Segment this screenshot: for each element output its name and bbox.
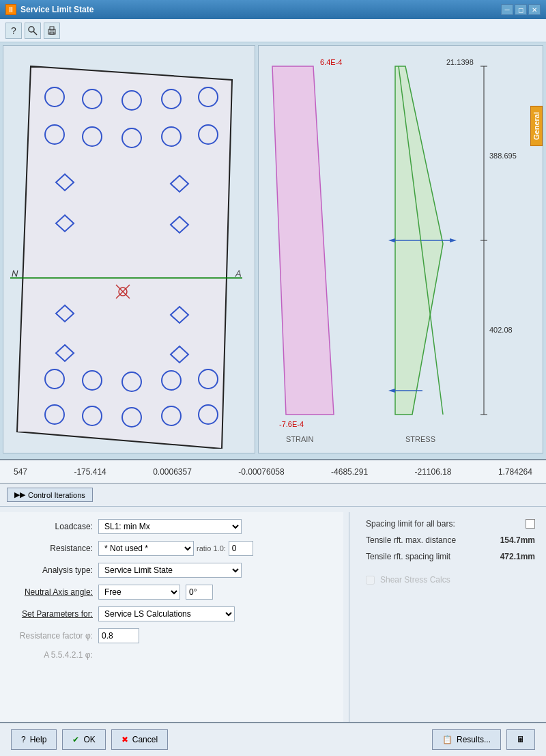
svg-text:N: N (12, 268, 18, 279)
set-params-select[interactable]: Service LS Calculations (98, 606, 235, 621)
loadcase-row: Loadcase: SL1: min Mx (11, 519, 332, 534)
analysis-type-row: Analysis type: Service Limit State (11, 563, 332, 578)
tensile-max-value: 154.7mm (500, 535, 535, 545)
resistance-factor-label: Resistance factor φ: (11, 631, 93, 641)
svg-text:21.1398: 21.1398 (446, 58, 474, 66)
spacing-limit-label: Spacing limit for all bars: (366, 519, 520, 529)
cancel-label: Cancel (132, 735, 158, 744)
analysis-type-label: Analysis type: (11, 565, 93, 575)
analysis-type-select[interactable]: Service Limit State (98, 563, 242, 578)
loadcase-label: Loadcase: (11, 522, 93, 531)
results-label: Results... (457, 735, 491, 744)
window-controls[interactable]: ─ ◻ ✕ (501, 4, 541, 15)
cross-section-panel: N A (3, 45, 255, 453)
a-label: A 5.5.4.2.1 φ: (11, 650, 93, 660)
shear-stress-label: Shear Stress Calcs (380, 575, 535, 585)
shear-stress-row: Shear Stress Calcs (366, 575, 535, 585)
ratio-input[interactable] (229, 541, 253, 556)
stat-3: 0.0006357 (153, 467, 192, 477)
resistance-select[interactable]: * Not used * (98, 541, 194, 556)
ok-icon: ✔ (72, 735, 79, 744)
window-icon: II (5, 4, 16, 15)
shear-stress-checkbox[interactable] (366, 576, 375, 585)
svg-text:STRESS: STRESS (405, 435, 435, 443)
diagrams-panel: 6.4E-4 -7.6E-4 STRAIN 388.695 (258, 45, 543, 453)
resistance-factor-row: Resistance factor φ: (11, 628, 332, 643)
bottom-section: 547 -175.414 0.0006357 -0.00076058 -4685… (0, 459, 546, 756)
canvas-area: N A (0, 42, 546, 459)
svg-rect-4 (50, 32, 54, 34)
cancel-icon: ✖ (121, 735, 128, 744)
stat-1: 547 (14, 467, 27, 477)
a-label-row: A 5.5.4.2.1 φ: (11, 650, 332, 660)
restore-button[interactable]: ◻ (515, 4, 527, 15)
neutral-axis-label: Neutral Axis angle: (11, 587, 93, 597)
help-button[interactable]: ? Help (11, 729, 57, 750)
ratio-label: ratio 1.0: (197, 544, 226, 552)
strain-stress-svg: 6.4E-4 -7.6E-4 STRAIN 388.695 (259, 46, 518, 449)
spacing-limit-row: Spacing limit for all bars: (366, 519, 535, 529)
help-icon: ? (21, 735, 26, 744)
form-divider (349, 512, 349, 751)
control-iterations-label: Control Iterations (28, 491, 85, 499)
ok-label: OK (83, 735, 95, 744)
footer-right: 📋 Results... 🖩 (432, 729, 535, 750)
results-button[interactable]: 📋 Results... (432, 729, 501, 750)
spacing-limit-checkbox[interactable] (526, 519, 535, 529)
cross-section-svg: N A (3, 46, 249, 449)
form-left: Loadcase: SL1: min Mx Resistance: * Not … (0, 512, 343, 751)
svg-text:388.695: 388.695 (489, 152, 517, 160)
svg-marker-46 (388, 238, 395, 242)
set-params-label: Set Parameters for: (11, 609, 93, 619)
svg-text:-7.6E-4: -7.6E-4 (279, 420, 304, 428)
tensile-spacing-label: Tensile rft. spacing limit (366, 552, 495, 561)
form-right: Spacing limit for all bars: Tensile rft.… (355, 512, 546, 751)
tensile-max-label: Tensile rft. max. distance (366, 535, 495, 545)
footer: ? Help ✔ OK ✖ Cancel 📋 Results... (0, 722, 546, 756)
stat-5: -4685.291 (331, 467, 368, 477)
stat-7: 1.784264 (498, 467, 532, 477)
window-title: Service Limit State (20, 5, 94, 14)
title-bar: II Service Limit State ─ ◻ ✕ (0, 0, 546, 19)
resistance-factor-input[interactable] (98, 628, 139, 643)
neutral-axis-select[interactable]: Free (98, 585, 180, 600)
form-columns: Loadcase: SL1: min Mx Resistance: * Not … (0, 507, 546, 756)
search-toolbar-button[interactable] (25, 23, 41, 39)
help-toolbar-button[interactable]: ? (5, 23, 22, 39)
neutral-axis-angle-input[interactable] (186, 585, 213, 600)
print-toolbar-button[interactable] (44, 23, 60, 39)
svg-line-1 (33, 31, 37, 35)
tensile-spacing-value: 472.1mm (500, 552, 535, 561)
svg-text:A: A (235, 268, 242, 279)
svg-marker-5 (17, 66, 232, 449)
svg-text:STRAIN: STRAIN (286, 435, 313, 443)
calc-button[interactable]: 🖩 (506, 729, 535, 750)
help-label: Help (30, 735, 47, 744)
svg-point-0 (29, 27, 34, 32)
stat-4: -0.00076058 (238, 467, 284, 477)
control-iterations-button[interactable]: ▶▶ Control Iterations (7, 488, 93, 502)
svg-text:6.4E-4: 6.4E-4 (320, 58, 342, 66)
neutral-axis-row: Neutral Axis angle: Free (11, 585, 332, 600)
set-params-row: Set Parameters for: Service LS Calculati… (11, 606, 332, 621)
resistance-label: Resistance: (11, 544, 93, 553)
svg-marker-49 (388, 389, 395, 393)
general-tab[interactable]: General (530, 106, 543, 146)
control-iterations-arrow: ▶▶ (14, 490, 25, 499)
stats-row: 547 -175.414 0.0006357 -0.00076058 -4685… (0, 459, 546, 484)
stat-2: -175.414 (74, 467, 106, 477)
control-section: ▶▶ Control Iterations (0, 484, 546, 507)
cancel-button[interactable]: ✖ Cancel (111, 729, 168, 750)
tensile-spacing-row: Tensile rft. spacing limit 472.1mm (366, 552, 535, 561)
ok-button[interactable]: ✔ OK (62, 729, 105, 750)
results-icon: 📋 (442, 735, 452, 744)
minimize-button[interactable]: ─ (501, 4, 513, 15)
stat-6: -21106.18 (414, 467, 451, 477)
svg-marker-40 (272, 66, 334, 415)
svg-text:402.08: 402.08 (489, 326, 513, 334)
close-button[interactable]: ✕ (528, 4, 541, 15)
toolbar: ? (0, 19, 546, 42)
svg-marker-47 (450, 238, 457, 242)
loadcase-select[interactable]: SL1: min Mx (98, 519, 242, 534)
calc-icon: 🖩 (517, 735, 525, 744)
